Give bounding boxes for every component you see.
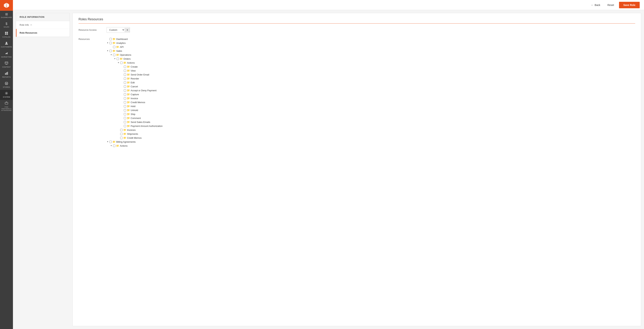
tree-checkbox-shipments[interactable] [120, 133, 122, 135]
tree-item-payment-amount-authorization: 📁 Payment Amount Authorization [121, 124, 162, 128]
tree-label: Hold [131, 105, 136, 108]
tree-item-reorder: 📁 Reorder [121, 76, 162, 80]
tree-checkbox-orders[interactable] [116, 58, 119, 60]
system-icon [5, 92, 8, 96]
resource-access-select[interactable]: All Custom [107, 27, 125, 32]
tree-label: Credit Memos [127, 137, 142, 139]
tree-checkbox-reorder[interactable] [124, 78, 126, 80]
sidebar-item-system[interactable]: SYSTEM [0, 90, 13, 100]
tree-checkbox-send-order-email[interactable] [124, 74, 126, 76]
tree-item-billing-agreements: ▼ 📁 Billing Agreements [106, 140, 162, 144]
folder-icon: 📁 [127, 101, 130, 104]
sidebar-item-customers[interactable]: CUSTOMERS [0, 40, 13, 50]
tree-label: Send Order Email [131, 74, 149, 76]
tree-label: Sales [116, 50, 122, 52]
tree-checkbox-capture[interactable] [124, 93, 126, 96]
dropdown-arrow-icon[interactable]: ▼ [125, 28, 130, 32]
tree-item-comment: 📁 Comment [121, 116, 162, 120]
tree-checkbox-billing-actions[interactable] [113, 145, 115, 147]
tree-toggle[interactable]: ▼ [117, 62, 120, 64]
nav-item-role-resources[interactable]: Role Resources [16, 29, 70, 37]
sidebar-item-label: DASHBOARD [1, 16, 12, 18]
tree-children-analytics: 📁 API [106, 45, 162, 49]
tree-checkbox-create[interactable] [124, 66, 126, 68]
back-button[interactable]: ← Back [589, 2, 602, 8]
tree-toggle[interactable]: ▼ [106, 50, 109, 52]
folder-icon: 📁 [127, 121, 130, 123]
nav-item-role-info[interactable]: Role Info ✏ [16, 21, 70, 29]
tree-item-unhold: 📁 Unhold [121, 108, 162, 112]
sidebar: ⊞ DASHBOARD $ SALES CATALOG CUSTOMERS MA… [0, 0, 13, 329]
tree-checkbox-accept-deny[interactable] [124, 89, 126, 92]
logo[interactable] [0, 0, 13, 11]
tree-children-sales: ▼ 📁 Operations ▼ 📁 Orders [106, 53, 162, 140]
tree-label: Actions [120, 145, 128, 147]
tree-toggle [110, 46, 112, 48]
tree-checkbox-view[interactable] [124, 70, 126, 72]
folder-icon: 📁 [127, 93, 130, 96]
sidebar-item-partners[interactable]: FIND PARTNERS & EXTENSIONS [0, 100, 13, 113]
save-role-button[interactable]: Save Role [619, 2, 640, 8]
folder-icon: 📁 [127, 105, 130, 108]
sidebar-item-stores[interactable]: STORES [0, 80, 13, 90]
tree-label: Shipments [127, 133, 138, 135]
tree-checkbox-dashboard[interactable] [110, 38, 112, 40]
tree-checkbox-cancel[interactable] [124, 85, 126, 88]
tree-toggle[interactable]: ▼ [110, 145, 112, 147]
edit-icon[interactable]: ✏ [30, 24, 32, 26]
tree-toggle[interactable] [106, 38, 109, 40]
tree-checkbox-operations[interactable] [113, 54, 115, 56]
tree-checkbox-sales[interactable] [110, 50, 112, 52]
tree-toggle[interactable]: ▼ [106, 141, 109, 143]
sidebar-item-marketing[interactable]: MARKETING [0, 50, 13, 60]
sidebar-item-dashboard[interactable]: ⊞ DASHBOARD [0, 11, 13, 20]
sidebar-item-label: MARKETING [1, 56, 12, 58]
svg-rect-9 [5, 73, 6, 75]
tree-item-hold: 📁 Hold [121, 104, 162, 108]
svg-rect-3 [7, 34, 8, 35]
tree-checkbox-credit-memos[interactable] [124, 101, 126, 104]
tree-toggle[interactable]: ▼ [106, 42, 109, 44]
sidebar-item-catalog[interactable]: CATALOG [0, 30, 13, 40]
dashboard-icon: ⊞ [5, 12, 8, 16]
tree-checkbox-hold[interactable] [124, 105, 126, 108]
tree-checkbox-billing-agreements[interactable] [110, 141, 112, 143]
sidebar-item-sales[interactable]: $ SALES [0, 20, 13, 30]
sidebar-item-reports[interactable]: REPORTS [0, 70, 13, 80]
tree-label: Edit [131, 82, 134, 84]
tree-label: Credit Memos [131, 101, 145, 104]
tree-checkbox-send-sales-emails[interactable] [124, 121, 126, 123]
tree-checkbox-analytics[interactable] [110, 42, 112, 44]
tree-checkbox-edit[interactable] [124, 82, 126, 84]
tree-checkbox-payment-amount[interactable] [124, 125, 126, 127]
tree-checkbox-actions[interactable] [120, 62, 122, 64]
resources-tree: 📁 Dashboard ▼ 📁 Analytics [106, 37, 162, 148]
tree-toggle[interactable]: ▼ [114, 58, 116, 60]
tree-checkbox-credit-memos-orders[interactable] [120, 137, 122, 139]
resource-access-select-wrapper: All Custom ▼ [106, 27, 130, 33]
tree-item-send-sales-emails: 📁 Send Sales Emails [121, 120, 162, 124]
tree-item-invoice: 📁 Invoice [121, 96, 162, 100]
tree-checkbox-comment[interactable] [124, 117, 126, 119]
folder-icon: 📁 [112, 140, 116, 143]
svg-rect-11 [7, 72, 8, 75]
reset-button[interactable]: Reset [605, 2, 616, 8]
resource-access-row: Resource Access All Custom ▼ [78, 27, 635, 33]
resources-label: Resources [78, 37, 104, 40]
sidebar-item-content[interactable]: CONTENT [0, 60, 13, 70]
folder-icon: 📁 [127, 73, 130, 76]
tree-children-operations: ▼ 📁 Orders ▼ 📁 [110, 57, 162, 140]
folder-icon: 📁 [127, 117, 130, 119]
tree-checkbox-ship[interactable] [124, 113, 126, 115]
tree-checkbox-api[interactable] [113, 46, 115, 48]
tree-checkbox-invoices[interactable] [120, 129, 122, 131]
tree-checkbox-unhold[interactable] [124, 109, 126, 112]
tree-item-create: 📁 Create [121, 65, 162, 69]
tree-item-orders: ▼ 📁 Orders [114, 57, 162, 61]
tree-label: Accept or Deny Payment [131, 89, 156, 92]
tree-toggle[interactable]: ▼ [110, 54, 112, 56]
tree-item-analytics: ▼ 📁 Analytics [106, 41, 162, 45]
tree-checkbox-invoice[interactable] [124, 97, 126, 100]
sidebar-item-label: SYSTEM [3, 96, 10, 98]
tree-label: Ship [131, 113, 135, 115]
